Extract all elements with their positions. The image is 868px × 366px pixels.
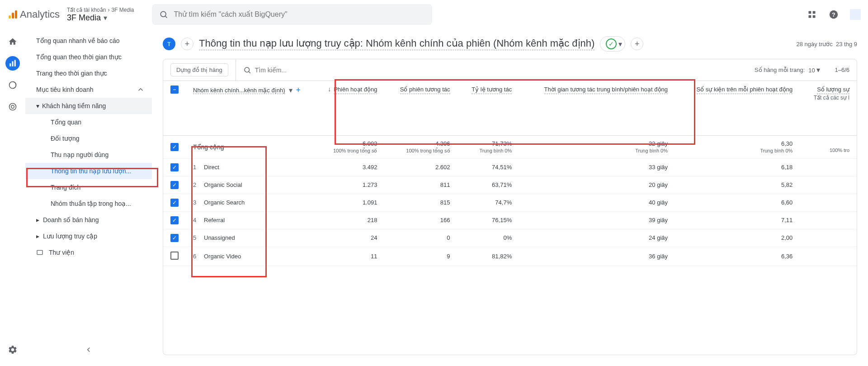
column-header-avg-engagement-time[interactable]: Thời gian tương tác trung bình/phiên hoạ… <box>519 81 675 135</box>
column-header-sessions[interactable]: ↓Phiên hoạt động <box>312 81 384 135</box>
sidebar-library[interactable]: Thư viện <box>25 244 152 261</box>
breadcrumb: Tất cả tài khoản › 3F Media <box>67 7 134 13</box>
row-checkbox[interactable]: ✓ <box>170 181 179 189</box>
sidebar-item-landing-page[interactable]: Trang đích <box>25 179 152 195</box>
table-row[interactable]: ✓ 5Unassigned 2400%24 giây2,00 <box>163 229 857 247</box>
table-search-input[interactable] <box>255 67 334 74</box>
table-row[interactable]: ✓ 3Organic Search 1.09181574,7%40 giây6,… <box>163 194 857 211</box>
svg-rect-7 <box>809 15 811 18</box>
table-toolbar: Dựng đồ thị hàng Số hàng mỗi trang: 10 ▾… <box>163 59 857 81</box>
sidebar-item-overview[interactable]: Tổng quan <box>25 114 152 130</box>
row-checkbox[interactable]: ✓ <box>170 199 179 207</box>
rail-reports[interactable] <box>5 56 20 71</box>
table-row[interactable]: ✓ 2Organic Social 1.27381163,71%20 giây5… <box>163 176 857 194</box>
svg-point-18 <box>245 67 250 72</box>
row-checkbox[interactable]: ✓ <box>170 163 179 171</box>
caret-down-icon: ▾ <box>289 86 292 95</box>
library-icon <box>36 249 43 256</box>
row-checkbox[interactable] <box>170 252 179 260</box>
sidebar-item-audiences[interactable]: Đối tượng <box>25 130 152 147</box>
caret-down-icon: ▾ <box>618 40 622 48</box>
svg-rect-6 <box>813 11 816 14</box>
analytics-logo-icon <box>7 9 18 20</box>
caret-down-icon: ▾ <box>104 14 107 22</box>
apps-grid-icon[interactable] <box>807 9 817 20</box>
sort-down-icon: ↓ <box>328 86 331 93</box>
sidebar-item-cohort[interactable]: Nhóm thuần tập trong hoạ... <box>25 195 152 212</box>
sidebar-sub-leads[interactable]: ▾ Khách hàng tiềm năng <box>25 98 152 114</box>
date-range-picker[interactable]: 28 ngày trước 23 thg 9 <box>796 41 857 48</box>
search-icon <box>159 10 168 19</box>
column-header-event-count[interactable]: Số lượng sựTất cả các sự l <box>800 81 857 135</box>
logo-text: Analytics <box>20 9 60 20</box>
row-checkbox[interactable]: ✓ <box>170 216 179 224</box>
column-header-events-per-session[interactable]: Số sự kiện trên mỗi phiên hoạt động <box>675 81 800 135</box>
help-icon[interactable]: ? <box>828 9 839 20</box>
caret-down-icon: ▾ <box>36 102 39 109</box>
row-checkbox[interactable]: ✓ <box>170 143 179 151</box>
select-all-checkbox[interactable]: − <box>170 86 179 94</box>
property-selector[interactable]: Tất cả tài khoản › 3F Media 3F Media ▾ <box>67 7 134 23</box>
add-dimension-button[interactable]: + <box>296 86 301 95</box>
caret-right-icon: ▸ <box>36 216 39 223</box>
customize-button[interactable]: + <box>631 38 643 50</box>
dimension-selector[interactable]: Nhóm kênh chính...kênh mặc định) <box>193 87 285 94</box>
left-rail <box>0 29 25 366</box>
sidebar-section-business[interactable]: Mục tiêu kinh doanh <box>25 81 152 98</box>
search-icon <box>243 66 251 74</box>
account-hub-icon[interactable] <box>850 9 861 20</box>
check-circle-icon: ✓ <box>606 38 617 49</box>
svg-rect-17 <box>37 250 42 254</box>
table-row[interactable]: ✓ 1Direct 3.4922.60274,51%33 giây6,18 <box>163 158 857 176</box>
logo[interactable]: Analytics <box>7 9 60 20</box>
page-header: T + Thông tin thu nạp lưu lượng truy cập… <box>152 29 868 59</box>
svg-rect-11 <box>9 63 11 67</box>
svg-rect-0 <box>9 15 11 19</box>
svg-rect-12 <box>12 62 14 67</box>
table-search[interactable] <box>236 59 755 81</box>
svg-rect-2 <box>15 10 17 19</box>
main-content: T + Thông tin thu nạp lưu lượng truy cập… <box>152 29 868 366</box>
sidebar-sub-sales[interactable]: ▸ Doanh số bán hàng <box>25 212 152 228</box>
svg-rect-5 <box>809 11 811 14</box>
comparison-avatar[interactable]: T <box>163 38 175 50</box>
rail-explore[interactable] <box>5 78 20 92</box>
rows-per-page-select[interactable]: 10 ▾ <box>808 66 820 74</box>
svg-line-19 <box>249 71 250 73</box>
sidebar-sub-traffic[interactable]: ▸ Lưu lượng truy cập <box>25 228 152 244</box>
app-header: Analytics Tất cả tài khoản › 3F Media 3F… <box>0 0 868 29</box>
sidebar-item-traffic-acquisition[interactable]: Thông tin thu nạp lưu lượn... <box>25 163 152 179</box>
svg-point-3 <box>161 11 166 17</box>
page-title: Thông tin thu nạp lưu lượng truy cập: Nh… <box>199 38 594 50</box>
svg-point-15 <box>9 104 16 110</box>
table-row[interactable]: ✓ 4Referral 21816676,15%39 giây7,11 <box>163 211 857 229</box>
totals-row: ✓ Tổng cộng 6.003100% trong tổng số 4.30… <box>163 135 857 158</box>
caret-right-icon: ▸ <box>36 233 39 240</box>
rail-home[interactable] <box>5 34 20 49</box>
svg-text:?: ? <box>832 11 835 18</box>
chevron-up-icon <box>137 86 145 94</box>
search-box[interactable] <box>152 4 432 25</box>
search-input[interactable] <box>174 10 425 19</box>
sidebar-collapse-button[interactable] <box>81 342 96 357</box>
svg-rect-8 <box>813 15 816 18</box>
rail-admin[interactable] <box>5 342 20 357</box>
sidebar-item-realtime-overview[interactable]: Tổng quan theo thời gian thực <box>25 49 152 65</box>
sidebar: Tổng quan nhanh về báo cáo Tổng quan the… <box>25 29 152 366</box>
sidebar-item-user-acquisition[interactable]: Thu nạp người dùng <box>25 147 152 163</box>
sidebar-item-realtime-pages[interactable]: Trang theo thời gian thực <box>25 65 152 81</box>
column-header-engaged-sessions[interactable]: Số phiên tương tác <box>384 81 457 135</box>
table-row[interactable]: 6Organic Video 11981,82%36 giây6,36 <box>163 247 857 266</box>
row-checkbox[interactable]: ✓ <box>170 234 179 242</box>
svg-line-4 <box>165 16 167 18</box>
verify-dropdown[interactable]: ✓ ▾ <box>600 36 625 52</box>
rows-per-page-label: Số hàng mỗi trang: <box>755 67 805 73</box>
plot-rows-button[interactable]: Dựng đồ thị hàng <box>170 63 228 76</box>
property-name-label: 3F Media <box>67 13 101 23</box>
column-header-engagement-rate[interactable]: Tỷ lệ tương tác <box>458 81 519 135</box>
add-comparison-button[interactable]: + <box>181 38 193 50</box>
data-table: − Nhóm kênh chính...kênh mặc định) ▾ + ↓… <box>163 81 857 266</box>
svg-point-16 <box>11 105 14 109</box>
rail-advertising[interactable] <box>5 100 20 114</box>
sidebar-item-snapshot[interactable]: Tổng quan nhanh về báo cáo <box>25 33 152 49</box>
